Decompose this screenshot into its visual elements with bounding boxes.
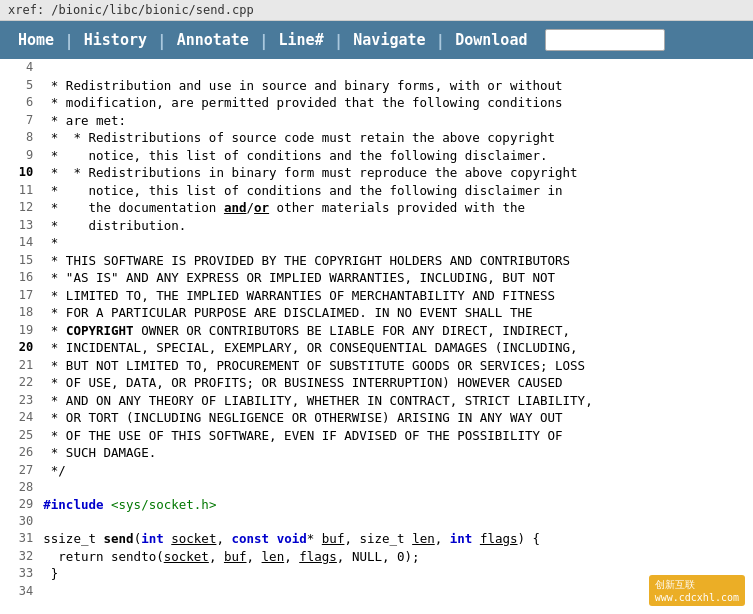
table-row: 13 * distribution. [0, 217, 753, 235]
line-number: 23 [0, 392, 41, 410]
line-content: * * Redistributions in binary form must … [41, 164, 753, 182]
nav-sep-3: | [259, 31, 269, 50]
line-content: * OR TORT (INCLUDING NEGLIGENCE OR OTHER… [41, 409, 753, 427]
line-content [41, 583, 753, 601]
line-content: ssize_t send(int socket, const void* buf… [41, 530, 753, 548]
table-row: 25 * OF THE USE OF THIS SOFTWARE, EVEN I… [0, 427, 753, 445]
line-content: * distribution. [41, 217, 753, 235]
code-container: 4 5 * Redistribution and use in source a… [0, 59, 753, 600]
nav-sep-2: | [157, 31, 167, 50]
line-number: 14 [0, 234, 41, 252]
line-number: 11 [0, 182, 41, 200]
table-row: 19 * COPYRIGHT OWNER OR CONTRIBUTORS BE … [0, 322, 753, 340]
table-row: 27 */ [0, 462, 753, 480]
table-row: 6 * modification, are permitted provided… [0, 94, 753, 112]
table-row: 12 * the documentation and/or other mate… [0, 199, 753, 217]
table-row: 9 * notice, this list of conditions and … [0, 147, 753, 165]
line-number: 31 [0, 530, 41, 548]
line-content: * "AS IS" AND ANY EXPRESS OR IMPLIED WAR… [41, 269, 753, 287]
line-number: 28 [0, 479, 41, 496]
table-row: 30 [0, 513, 753, 530]
line-content: * [41, 234, 753, 252]
nav-sep-4: | [334, 31, 344, 50]
line-number: 24 [0, 409, 41, 427]
line-number: 15 [0, 252, 41, 270]
line-number: 8 [0, 129, 41, 147]
table-row: 23 * AND ON ANY THEORY OF LIABILITY, WHE… [0, 392, 753, 410]
line-number: 20 [0, 339, 41, 357]
search-input[interactable] [545, 29, 665, 51]
table-row: 17 * LIMITED TO, THE IMPLIED WARRANTIES … [0, 287, 753, 305]
line-content: * SUCH DAMAGE. [41, 444, 753, 462]
table-row: 32 return sendto(socket, buf, len, flags… [0, 548, 753, 566]
table-row: 15 * THIS SOFTWARE IS PROVIDED BY THE CO… [0, 252, 753, 270]
nav-download[interactable]: Download [445, 23, 537, 57]
line-content: * * Redistributions of source code must … [41, 129, 753, 147]
watermark: 创新互联 www.cdcxhl.com [649, 575, 745, 600]
line-number: 10 [0, 164, 41, 182]
table-row: 7 * are met: [0, 112, 753, 130]
line-number: 13 [0, 217, 41, 235]
line-number: 26 [0, 444, 41, 462]
line-content: * OF USE, DATA, OR PROFITS; OR BUSINESS … [41, 374, 753, 392]
line-number: 27 [0, 462, 41, 480]
xref-bar: xref: /bionic/libc/bionic/send.cpp [0, 0, 753, 21]
table-row: 16 * "AS IS" AND ANY EXPRESS OR IMPLIED … [0, 269, 753, 287]
table-row: 5 * Redistribution and use in source and… [0, 77, 753, 95]
line-number: 12 [0, 199, 41, 217]
line-content: } [41, 565, 753, 583]
line-number: 34 [0, 583, 41, 601]
watermark-line1: 创新互联 [655, 578, 739, 592]
line-number: 29 [0, 496, 41, 514]
table-row: 10 * * Redistributions in binary form mu… [0, 164, 753, 182]
line-number: 22 [0, 374, 41, 392]
code-table: 4 5 * Redistribution and use in source a… [0, 59, 753, 600]
line-number: 17 [0, 287, 41, 305]
line-content: * Redistribution and use in source and b… [41, 77, 753, 95]
nav-sep-1: | [64, 31, 74, 50]
table-row: 24 * OR TORT (INCLUDING NEGLIGENCE OR OT… [0, 409, 753, 427]
table-row: 33 } [0, 565, 753, 583]
line-content: * AND ON ANY THEORY OF LIABILITY, WHETHE… [41, 392, 753, 410]
line-number: 19 [0, 322, 41, 340]
line-content: * are met: [41, 112, 753, 130]
line-number: 9 [0, 147, 41, 165]
nav-home[interactable]: Home [8, 23, 64, 57]
table-row: 8 * * Redistributions of source code mus… [0, 129, 753, 147]
line-content [41, 59, 753, 77]
line-content: * OF THE USE OF THIS SOFTWARE, EVEN IF A… [41, 427, 753, 445]
table-row: 31ssize_t send(int socket, const void* b… [0, 530, 753, 548]
line-content: return sendto(socket, buf, len, flags, N… [41, 548, 753, 566]
line-number: 16 [0, 269, 41, 287]
line-number: 6 [0, 94, 41, 112]
nav-annotate[interactable]: Annotate [167, 23, 259, 57]
line-content [41, 513, 753, 530]
line-content: * INCIDENTAL, SPECIAL, EXEMPLARY, OR CON… [41, 339, 753, 357]
line-content: * BUT NOT LIMITED TO, PROCUREMENT OF SUB… [41, 357, 753, 375]
line-number: 4 [0, 59, 41, 77]
watermark-line2: www.cdcxhl.com [655, 592, 739, 600]
line-content: * THIS SOFTWARE IS PROVIDED BY THE COPYR… [41, 252, 753, 270]
nav-navigate[interactable]: Navigate [343, 23, 435, 57]
table-row: 20 * INCIDENTAL, SPECIAL, EXEMPLARY, OR … [0, 339, 753, 357]
line-content: * FOR A PARTICULAR PURPOSE ARE DISCLAIME… [41, 304, 753, 322]
line-number: 21 [0, 357, 41, 375]
line-number: 25 [0, 427, 41, 445]
line-content: * COPYRIGHT OWNER OR CONTRIBUTORS BE LIA… [41, 322, 753, 340]
nav-lineno[interactable]: Line# [269, 23, 334, 57]
line-content: * notice, this list of conditions and th… [41, 147, 753, 165]
nav-history[interactable]: History [74, 23, 157, 57]
line-content [41, 479, 753, 496]
line-number: 18 [0, 304, 41, 322]
line-content: * notice, this list of conditions and th… [41, 182, 753, 200]
table-row: 26 * SUCH DAMAGE. [0, 444, 753, 462]
line-number: 5 [0, 77, 41, 95]
table-row: 14 * [0, 234, 753, 252]
table-row: 11 * notice, this list of conditions and… [0, 182, 753, 200]
table-row: 4 [0, 59, 753, 77]
line-number: 32 [0, 548, 41, 566]
table-row: 21 * BUT NOT LIMITED TO, PROCUREMENT OF … [0, 357, 753, 375]
xref-label: xref: /bionic/libc/bionic/send.cpp [8, 3, 254, 17]
line-content: * modification, are permitted provided t… [41, 94, 753, 112]
table-row: 22 * OF USE, DATA, OR PROFITS; OR BUSINE… [0, 374, 753, 392]
